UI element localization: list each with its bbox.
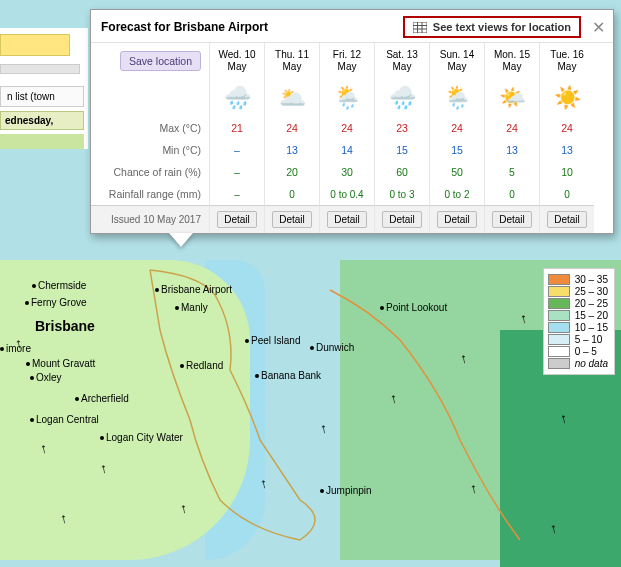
text-views-label: See text views for location [433,21,571,33]
day-header: Tue. 16May [539,43,594,79]
day-header: Fri. 12May [319,43,374,79]
weather-icon: 🌤️ [484,79,539,117]
row-label-min: Min (°C) [91,139,209,161]
detail-button[interactable]: Detail [492,211,532,228]
max-value: 21 [209,117,264,139]
forecast-table: Save locationWed. 10MayThu. 11MayFri. 12… [91,42,613,233]
min-value: 13 [484,139,539,161]
svg-rect-0 [413,22,427,33]
weather-icon: 🌦️ [319,79,374,117]
max-value: 24 [484,117,539,139]
detail-button[interactable]: Detail [217,211,257,228]
detail-button[interactable]: Detail [547,211,587,228]
detail-cell: Detail [319,205,374,233]
chance-value: 20 [264,161,319,183]
range-value: 0 to 3 [374,183,429,205]
weather-icon: 🌧️ [374,79,429,117]
issued-text: Issued 10 May 2017 [91,205,209,233]
detail-cell: Detail [374,205,429,233]
weather-icon: 🌥️ [264,79,319,117]
day-header: Sun. 14May [429,43,484,79]
detail-button[interactable]: Detail [272,211,312,228]
map-legend: 30 – 3525 – 3020 – 2515 – 2010 – 155 – 1… [543,268,615,375]
min-value: 15 [374,139,429,161]
save-location-button[interactable]: Save location [120,51,201,72]
day-header: Mon. 15May [484,43,539,79]
max-value: 23 [374,117,429,139]
save-cell: Save location [91,43,209,79]
range-value: 0 [539,183,594,205]
row-label-max: Max (°C) [91,117,209,139]
max-value: 24 [264,117,319,139]
close-icon[interactable]: ✕ [589,18,607,36]
min-value: 14 [319,139,374,161]
range-value: 0 to 2 [429,183,484,205]
legend-row: 25 – 30 [548,286,608,297]
detail-cell: Detail [264,205,319,233]
max-value: 24 [319,117,374,139]
detail-cell: Detail [539,205,594,233]
detail-button[interactable]: Detail [437,211,477,228]
day-header: Thu. 11May [264,43,319,79]
forecast-popup: Forecast for Brisbane Airport See text v… [90,9,614,234]
chance-value: 10 [539,161,594,183]
chance-value: 60 [374,161,429,183]
row-label-chance: Chance of rain (%) [91,161,209,183]
range-value: 0 [264,183,319,205]
detail-button[interactable]: Detail [382,211,422,228]
detail-cell: Detail [429,205,484,233]
chance-value: 30 [319,161,374,183]
min-value: – [209,139,264,161]
grid-icon [413,22,427,33]
left-sidebar-fragment: n list (town ednesday, [0,28,88,149]
legend-row: 15 – 20 [548,310,608,321]
max-value: 24 [539,117,594,139]
detail-cell: Detail [484,205,539,233]
day-header: Wed. 10May [209,43,264,79]
legend-row: 20 – 25 [548,298,608,309]
chance-value: 5 [484,161,539,183]
legend-row: 30 – 35 [548,274,608,285]
weather-icon: ☀️ [539,79,594,117]
detail-cell: Detail [209,205,264,233]
legend-row: 0 – 5 [548,346,608,357]
legend-row: no data [548,358,608,369]
row-label-range: Rainfall range (mm) [91,183,209,205]
weather-icon: 🌧️ [209,79,264,117]
min-value: 13 [264,139,319,161]
icon-rowlabel [91,79,209,117]
min-value: 15 [429,139,484,161]
legend-row: 10 – 15 [548,322,608,333]
detail-button[interactable]: Detail [327,211,367,228]
weather-icon: 🌦️ [429,79,484,117]
range-value: 0 to 0.4 [319,183,374,205]
min-value: 13 [539,139,594,161]
popup-title: Forecast for Brisbane Airport [101,20,403,34]
text-views-button[interactable]: See text views for location [403,16,581,38]
chance-value: 50 [429,161,484,183]
max-value: 24 [429,117,484,139]
range-value: 0 [484,183,539,205]
map-land [0,260,250,560]
legend-row: 5 – 10 [548,334,608,345]
chance-value: – [209,161,264,183]
range-value: – [209,183,264,205]
day-header: Sat. 13May [374,43,429,79]
